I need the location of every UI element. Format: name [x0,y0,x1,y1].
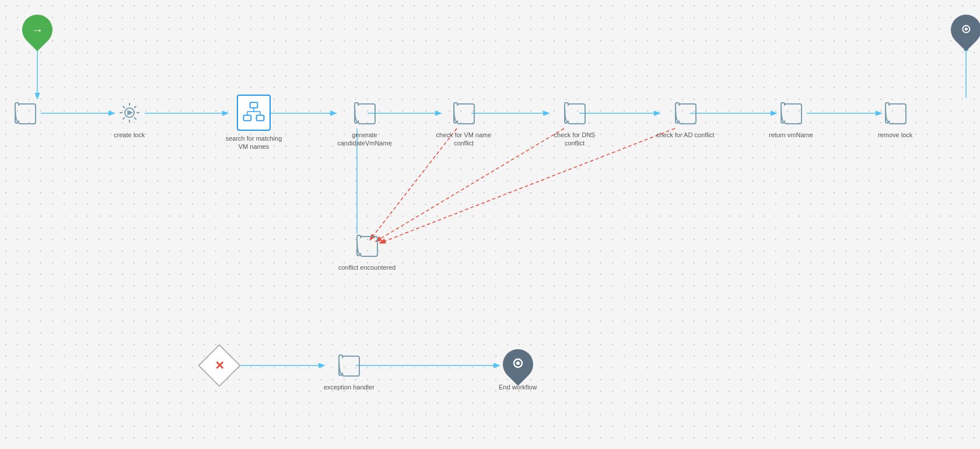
search-vm-label: search for matching VM names [225,134,283,151]
start-node: → [22,15,52,45]
return-vmname-label: return vmName [769,131,813,139]
svg-line-25 [134,117,136,120]
svg-point-17 [965,27,968,30]
svg-line-13 [380,128,675,243]
search-vm-node[interactable]: search for matching VM names [225,95,283,151]
generate-candidate-label: generate candidateVmName [335,131,394,148]
svg-rect-31 [257,115,264,120]
svg-rect-30 [244,115,251,120]
check-vm-name-label: check for VM name conflict [435,131,493,148]
svg-marker-28 [127,110,134,116]
end-workflow-node[interactable]: End workflow [499,349,537,391]
svg-line-26 [134,106,136,109]
generate-candidate-node[interactable]: generate candidateVmName [335,98,394,148]
svg-rect-29 [250,102,258,107]
check-ad-node[interactable]: check for AD conflict [656,98,715,139]
svg-point-37 [516,361,520,365]
get-sdk-node[interactable]: create lock [114,98,145,139]
exception-diamond-node[interactable]: ✕ [204,350,235,381]
get-sdk-label: create lock [114,131,145,139]
conflict-label: conflict encountered [338,263,396,272]
conflict-node[interactable]: conflict encountered [338,231,396,272]
exception-handler-node[interactable]: exception handler [324,350,374,391]
check-dns-label: check for DNS conflict [545,131,604,148]
svg-line-24 [123,106,125,109]
create-lock-node[interactable] [10,98,40,131]
check-vm-name-node[interactable]: check for VM name conflict [435,98,493,148]
svg-line-27 [123,117,125,120]
exception-handler-label: exception handler [324,383,374,391]
check-ad-label: check for AD conflict [656,131,715,139]
end-node-top [951,15,980,45]
return-vmname-node[interactable]: return vmName [769,98,813,139]
remove-lock-node[interactable]: remove lock [878,98,912,139]
remove-lock-label: remove lock [878,131,912,139]
check-dns-node[interactable]: check for DNS conflict [545,98,604,148]
